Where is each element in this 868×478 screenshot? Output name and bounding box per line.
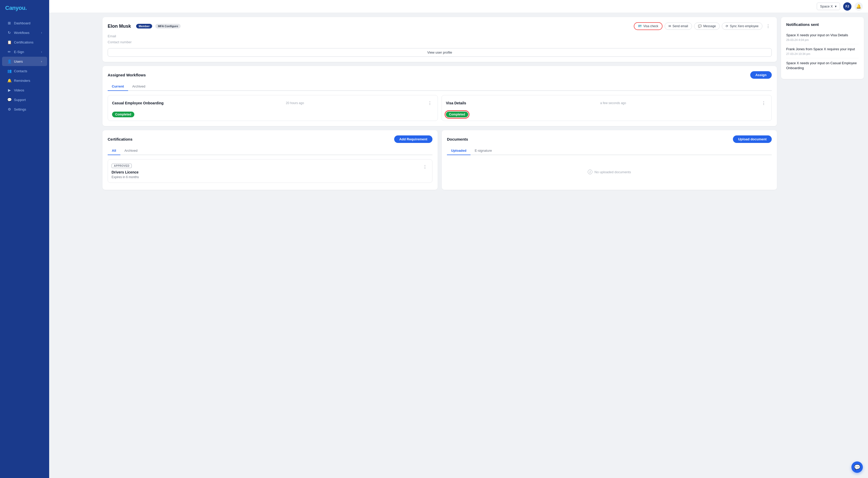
notification-bell-icon[interactable]: 🔔 <box>855 2 863 10</box>
message-button[interactable]: 💬 Message <box>694 23 720 30</box>
user-card: Elon Musk Member MFA Configure 🪪 Visa ch… <box>102 17 777 62</box>
upload-document-button[interactable]: Upload document <box>733 136 772 143</box>
notifications-card: Notifications sent Space X needs your in… <box>781 17 864 79</box>
certifications-title: Certifications <box>108 137 132 141</box>
workflow-card-header: Casual Employee Onboarding 20 hours ago … <box>112 99 433 107</box>
notification-text: Space X needs your input on Casual Emplo… <box>786 61 859 70</box>
sidebar-item-support[interactable]: 💬 Support <box>2 95 47 104</box>
main-content: Elon Musk Member MFA Configure 🪪 Visa ch… <box>98 13 868 478</box>
tab-esignature[interactable]: E-signature <box>470 147 496 155</box>
notification-time: 29-03-24 4:04 pm <box>786 38 859 41</box>
workflow-name: Casual Employee Onboarding <box>112 101 163 105</box>
sidebar-item-label: Dashboard <box>14 21 31 25</box>
sidebar-item-workflows[interactable]: ↻ Workflows › <box>2 28 47 37</box>
contacts-icon: 👥 <box>7 69 11 73</box>
tab-all[interactable]: All <box>108 147 120 155</box>
workspace-selector[interactable]: Space X ▾ <box>817 3 840 10</box>
user-fields: Email Contact number <box>108 34 772 44</box>
sidebar-item-settings[interactable]: ⚙ Settings <box>2 104 47 114</box>
sidebar-item-label: Videos <box>14 88 24 92</box>
tab-current[interactable]: Current <box>108 82 128 91</box>
message-label: Message <box>704 24 716 28</box>
chevron-right-icon: › <box>41 51 42 53</box>
mfa-badge: MFA Configure <box>155 24 181 28</box>
sidebar-item-label: Reminders <box>14 79 30 83</box>
sidebar-item-label: Support <box>14 98 26 102</box>
right-panel: Notifications sent Space X needs your in… <box>781 17 864 474</box>
chevron-right-icon: › <box>41 31 42 34</box>
view-profile-button[interactable]: View user profile <box>108 48 772 57</box>
workflow-status-badge: Completed <box>112 112 134 117</box>
documents-tabs: Uploaded E-signature <box>447 147 772 155</box>
workflows-tabs: Current Archived <box>108 82 772 91</box>
sidebar-item-label: Settings <box>14 108 26 111</box>
sidebar-item-esign[interactable]: ✏ E-Sign › <box>2 47 47 56</box>
more-options-button[interactable]: ⋮ <box>765 23 772 30</box>
tab-archived[interactable]: Archived <box>128 82 150 91</box>
visa-check-label: Visa check <box>643 24 658 28</box>
sidebar: Canyou. ⊞ Dashboard ↻ Workflows › 📋 Cert… <box>0 0 49 478</box>
send-email-label: Send email <box>673 24 688 28</box>
email-field-label: Email <box>108 34 772 38</box>
workflow-more-button[interactable]: ⋮ <box>760 99 767 107</box>
certifications-card: Certifications Add Requirement All Archi… <box>102 130 438 190</box>
workflows-card: Assigned Workflows Assign Current Archiv… <box>102 66 777 126</box>
certification-item: APPROVED Drivers Licence Expires in 6 mo… <box>108 159 432 183</box>
notification-time: 27-03-24 10:34 pm <box>786 52 859 55</box>
visa-check-icon: 🪪 <box>638 24 642 28</box>
user-avatar[interactable]: FJ <box>843 2 851 10</box>
sidebar-item-contacts[interactable]: 👥 Contacts <box>2 66 47 76</box>
documents-header: Documents Upload document <box>447 136 772 143</box>
add-requirement-button[interactable]: Add Requirement <box>394 136 432 143</box>
workflow-time: 20 hours ago <box>286 101 304 105</box>
sidebar-item-dashboard[interactable]: ⊞ Dashboard <box>2 19 47 28</box>
workflows-icon: ↻ <box>7 31 11 35</box>
workflow-status-badge: Completed <box>446 112 468 117</box>
workflow-name: Visa Details <box>446 101 466 105</box>
cert-more-button[interactable]: ⋮ <box>421 163 429 170</box>
documents-title: Documents <box>447 137 468 141</box>
send-email-button[interactable]: ✉ Send email <box>664 23 692 30</box>
message-icon: 💬 <box>698 24 702 28</box>
sidebar-item-reminders[interactable]: 🔔 Reminders <box>2 76 47 85</box>
sidebar-item-label: Certifications <box>14 40 33 44</box>
support-icon: 💬 <box>7 98 11 102</box>
cert-name: Drivers Licence <box>112 170 139 174</box>
sidebar-item-videos[interactable]: ▶ Videos <box>2 85 47 95</box>
chevron-right-icon: › <box>41 60 42 63</box>
chevron-down-icon: ▾ <box>835 4 837 8</box>
visa-check-button[interactable]: 🪪 Visa check <box>634 22 662 30</box>
sidebar-item-users[interactable]: 👤 Users › <box>2 57 47 66</box>
empty-documents-text: No uploaded documents <box>594 170 631 174</box>
workflow-more-button[interactable]: ⋮ <box>426 99 433 107</box>
sidebar-item-certifications[interactable]: 📋 Certifications <box>2 37 47 47</box>
dashboard-icon: ⊞ <box>7 21 11 25</box>
videos-icon: ▶ <box>7 88 11 92</box>
member-badge: Member <box>136 24 152 28</box>
tab-uploaded[interactable]: Uploaded <box>447 147 470 155</box>
sync-xero-label: Sync Xero employee <box>730 24 758 28</box>
notification-item: Space X needs your input on Casual Emplo… <box>786 58 859 73</box>
tab-archived[interactable]: Archived <box>120 147 142 155</box>
assign-button[interactable]: Assign <box>750 71 772 79</box>
workspace-name: Space X <box>820 4 833 8</box>
documents-card: Documents Upload document Uploaded E-sig… <box>442 130 777 190</box>
topbar: Space X ▾ FJ 🔔 <box>49 0 868 13</box>
workflow-card-header: Visa Details a few seconds ago ⋮ <box>446 99 767 107</box>
reminders-icon: 🔔 <box>7 79 11 83</box>
email-icon: ✉ <box>669 24 671 28</box>
workflows-header: Assigned Workflows Assign <box>108 71 772 79</box>
workflow-item: Casual Employee Onboarding 20 hours ago … <box>108 95 438 121</box>
workflow-item: Visa Details a few seconds ago ⋮ Complet… <box>441 95 772 121</box>
notification-text: Frank Jones from Space X requires your i… <box>786 47 859 52</box>
empty-documents-state: i No uploaded documents <box>447 159 772 185</box>
sync-icon: ⟳ <box>726 24 728 28</box>
certifications-icon: 📋 <box>7 40 11 44</box>
sync-xero-button[interactable]: ⟳ Sync Xero employee <box>722 23 763 30</box>
settings-icon: ⚙ <box>7 107 11 111</box>
esign-icon: ✏ <box>7 50 11 54</box>
contact-field-label: Contact number <box>108 40 772 44</box>
chat-fab-button[interactable]: 💬 <box>851 461 863 473</box>
brand-logo: Canyou. <box>0 0 49 16</box>
notifications-title: Notifications sent <box>786 22 859 27</box>
